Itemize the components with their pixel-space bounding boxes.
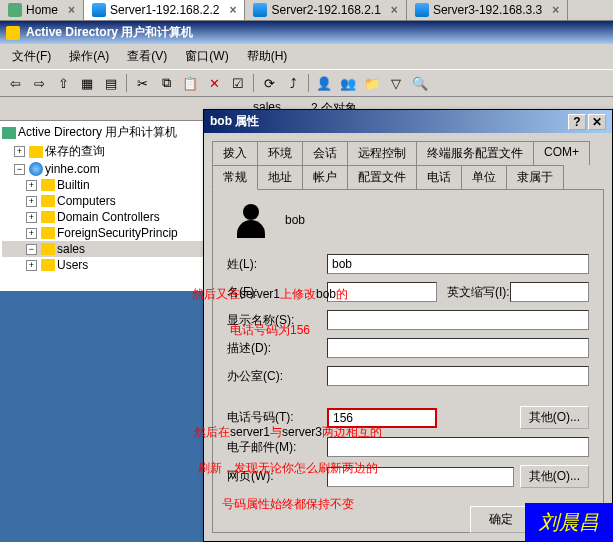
menu-file[interactable]: 文件(F) [4, 46, 59, 67]
desc-label: 描述(D): [227, 340, 327, 357]
tree-builtin[interactable]: +Builtin [2, 177, 212, 193]
web-input[interactable] [327, 467, 514, 487]
tab-account[interactable]: 帐户 [302, 165, 348, 189]
initials-input[interactable] [510, 282, 589, 302]
web-other-button[interactable]: 其他(O)... [520, 465, 589, 488]
close-icon[interactable]: × [229, 3, 236, 17]
close-icon[interactable]: × [68, 3, 75, 17]
filter-button[interactable]: ▽ [385, 73, 407, 93]
folder-icon [41, 243, 55, 255]
close-icon[interactable]: × [391, 3, 398, 17]
new-ou-button[interactable]: 📁 [361, 73, 383, 93]
collapse-icon[interactable]: − [26, 244, 37, 255]
export-button[interactable]: ⤴ [282, 73, 304, 93]
aduc-root-icon [2, 127, 16, 139]
tab-address[interactable]: 地址 [257, 165, 303, 189]
copy-button[interactable]: ⧉ [155, 73, 177, 93]
toolbar: ⇦ ⇨ ⇧ ▦ ▤ ✂ ⧉ 📋 ✕ ☑ ⟳ ⤴ 👤 👥 📁 ▽ 🔍 [0, 69, 613, 97]
folder-icon [41, 227, 55, 239]
new-user-button[interactable]: 👤 [313, 73, 335, 93]
ok-button[interactable]: 确定 [470, 506, 532, 533]
menu-window[interactable]: 窗口(W) [177, 46, 236, 67]
menu-action[interactable]: 操作(A) [61, 46, 117, 67]
tab-remote[interactable]: 远程控制 [347, 141, 417, 165]
tab-env[interactable]: 环境 [257, 141, 303, 165]
tab-general[interactable]: 常规 [212, 165, 258, 190]
refresh-button[interactable]: ⟳ [258, 73, 280, 93]
phone-input[interactable] [327, 408, 437, 428]
initials-label: 英文缩写(I): [447, 284, 510, 301]
tab-member[interactable]: 隶属于 [506, 165, 564, 189]
givenname-input[interactable] [327, 282, 437, 302]
find-button[interactable]: 🔍 [409, 73, 431, 93]
mmc-titlebar: Active Directory 用户和计算机 [0, 21, 613, 44]
menu-help[interactable]: 帮助(H) [239, 46, 296, 67]
expand-icon[interactable]: + [26, 180, 37, 191]
tree-users[interactable]: +Users [2, 257, 212, 273]
close-button[interactable]: ✕ [588, 114, 606, 130]
phone-label: 电话号码(T): [227, 409, 327, 426]
expand-icon[interactable]: + [26, 212, 37, 223]
tree-fsp[interactable]: +ForeignSecurityPrincip [2, 225, 212, 241]
forward-button[interactable]: ⇨ [28, 73, 50, 93]
mmc-title: Active Directory 用户和计算机 [26, 24, 193, 41]
delete-button[interactable]: ✕ [203, 73, 225, 93]
tree-saved-queries[interactable]: +保存的查询 [2, 142, 212, 161]
desc-input[interactable] [327, 338, 589, 358]
properties-button[interactable]: ▤ [100, 73, 122, 93]
collapse-icon[interactable]: − [14, 164, 25, 175]
paste-button[interactable]: 📋 [179, 73, 201, 93]
show-tree-button[interactable]: ▦ [76, 73, 98, 93]
help-button[interactable]: ? [568, 114, 586, 130]
tab-org[interactable]: 单位 [461, 165, 507, 189]
watermark: 刘晨昌 [525, 503, 613, 542]
menubar: 文件(F) 操作(A) 查看(V) 窗口(W) 帮助(H) [0, 44, 613, 69]
surname-label: 姓(L): [227, 256, 327, 273]
menu-view[interactable]: 查看(V) [119, 46, 175, 67]
tab-dialin[interactable]: 拨入 [212, 141, 258, 165]
tree-dc[interactable]: +Domain Controllers [2, 209, 212, 225]
tab-home[interactable]: Home× [0, 0, 84, 20]
aduc-icon [6, 26, 20, 40]
email-input[interactable] [327, 437, 589, 457]
tab-row-1: 拨入 环境 会话 远程控制 终端服务配置文件 COM+ [212, 141, 604, 165]
user-avatar-icon [233, 202, 269, 238]
tab-session[interactable]: 会话 [302, 141, 348, 165]
server-icon [415, 3, 429, 17]
expand-icon[interactable]: + [26, 228, 37, 239]
tab-server2[interactable]: Server2-192.168.2.1× [245, 0, 406, 20]
tab-row-2: 常规 地址 帐户 配置文件 电话 单位 隶属于 [212, 165, 604, 189]
tab-server3[interactable]: Server3-192.168.3.3× [407, 0, 568, 20]
tree-pane: Active Directory 用户和计算机 +保存的查询 −yinhe.co… [0, 121, 215, 291]
tab-phone[interactable]: 电话 [416, 165, 462, 189]
surname-input[interactable] [327, 254, 589, 274]
new-group-button[interactable]: 👥 [337, 73, 359, 93]
cut-button[interactable]: ✂ [131, 73, 153, 93]
expand-icon[interactable]: + [26, 260, 37, 271]
tab-com[interactable]: COM+ [533, 141, 590, 165]
server-icon [92, 3, 106, 17]
display-label: 显示名称(S): [227, 312, 327, 329]
properties-dialog: bob 属性 ? ✕ 拨入 环境 会话 远程控制 终端服务配置文件 COM+ 常… [203, 109, 613, 542]
server-icon [253, 3, 267, 17]
tree-sales[interactable]: −sales [2, 241, 212, 257]
props-button[interactable]: ☑ [227, 73, 249, 93]
tab-server1[interactable]: Server1-192.168.2.2× [84, 0, 245, 20]
tab-profile[interactable]: 配置文件 [347, 165, 417, 189]
office-input[interactable] [327, 366, 589, 386]
tree-computers[interactable]: +Computers [2, 193, 212, 209]
folder-icon [41, 211, 55, 223]
home-icon [8, 3, 22, 17]
expand-icon[interactable]: + [14, 146, 25, 157]
tab-ts[interactable]: 终端服务配置文件 [416, 141, 534, 165]
user-display-name: bob [285, 213, 305, 227]
expand-icon[interactable]: + [26, 196, 37, 207]
display-input[interactable] [327, 310, 589, 330]
back-button[interactable]: ⇦ [4, 73, 26, 93]
phone-other-button[interactable]: 其他(O)... [520, 406, 589, 429]
close-icon[interactable]: × [552, 3, 559, 17]
tree-domain[interactable]: −yinhe.com [2, 161, 212, 177]
up-button[interactable]: ⇧ [52, 73, 74, 93]
tree-root[interactable]: Active Directory 用户和计算机 [2, 123, 212, 142]
dialog-titlebar: bob 属性 ? ✕ [204, 110, 612, 133]
